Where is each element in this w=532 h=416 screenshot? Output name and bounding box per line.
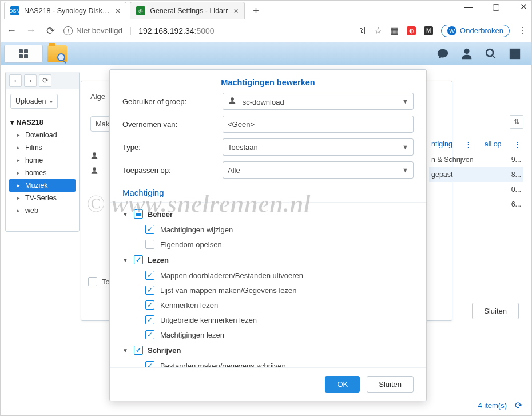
tab-title: NAS218 - Synology DiskStation (24, 7, 110, 15)
address-bar: ← → ⟳ i Niet beveiligd | 192.168.192.34:… (1, 19, 531, 42)
extension-icon[interactable]: ▦ (390, 25, 399, 36)
grid-icon (19, 49, 28, 58)
perm-label: Kenmerken lezen (160, 301, 218, 310)
user-value: sc-download (243, 98, 284, 106)
tree-item-films[interactable]: ▸Films (9, 141, 76, 154)
widgets-icon[interactable] (509, 47, 521, 60)
cell: gepast (431, 171, 453, 179)
kebab-menu-icon[interactable]: ⋮ (518, 25, 527, 36)
perm-take-ownership[interactable]: ✓Eigendom opeisen (122, 237, 418, 252)
path-forward-button[interactable]: › (24, 74, 37, 87)
bg-close-button[interactable]: Sluiten (472, 303, 519, 319)
tree-item-web[interactable]: ▸web (9, 204, 76, 217)
group-label: Schrijven (148, 346, 181, 355)
group-label: Lezen (148, 256, 169, 264)
inherit-select[interactable]: <Geen> (223, 116, 414, 133)
user-row-icon (90, 152, 99, 162)
permissions-table-peek: ntiging⋮all op⋮ n & Schrijven9... gepast… (429, 137, 523, 212)
checkbox[interactable]: ✓ (145, 240, 154, 249)
tree-item-tvseries[interactable]: ▸TV-Series (9, 192, 76, 204)
tree-item-homes[interactable]: ▸homes (9, 167, 76, 179)
checkbox[interactable]: ✓ (145, 225, 154, 234)
label-inherit: Overnemen van: (122, 120, 223, 129)
checkbox-beheer[interactable] (134, 209, 143, 219)
path-refresh-button[interactable]: ⟳ (39, 74, 51, 87)
extension-badge-m[interactable]: M (424, 26, 433, 35)
edit-permissions-dialog: Machtigingen bewerken Gebruiker of groep… (109, 69, 427, 401)
refresh-icon[interactable]: ⟳ (515, 400, 522, 411)
profile-chip[interactable]: W Onderbroken (441, 25, 510, 37)
tab-close-icon[interactable]: × (233, 6, 238, 15)
perm-read-attr[interactable]: ✓Kenmerken lezen (122, 298, 418, 312)
bg-tab-general[interactable]: Alge (90, 92, 105, 101)
extension-badge-red[interactable]: ◐ (407, 26, 416, 35)
perm-label: Uitgebreide kenmerken lezen (160, 316, 257, 324)
window-maximize[interactable]: ▢ (489, 2, 503, 12)
tree-item-muziek[interactable]: ▸Muziek (9, 179, 76, 192)
not-secure-indicator[interactable]: i Niet beveiligd (63, 26, 122, 35)
user-group-select[interactable]: sc-download ▼ (223, 93, 414, 110)
permissions-tree[interactable]: ▼ Beheer ✓Machtigingen wijzigen ✓Eigendo… (110, 202, 426, 368)
new-tab-button[interactable]: + (248, 3, 264, 19)
checkbox[interactable]: ✓ (145, 286, 154, 295)
user-icon (228, 97, 237, 105)
status-bar: 4 item(s) ⟳ (478, 400, 522, 411)
file-station-icon[interactable] (47, 45, 67, 62)
apply-subfolders-checkbox[interactable]: To (88, 277, 110, 286)
window-close[interactable]: ✕ (517, 2, 530, 12)
perm-create-files[interactable]: ✓Bestanden maken/gegevens schrijven (122, 358, 418, 368)
upload-button[interactable]: Uploaden ▾ (10, 94, 58, 109)
sort-button[interactable]: ⇅ (510, 115, 523, 129)
apply-select[interactable]: Alle ▼ (223, 161, 414, 179)
url-display[interactable]: 192.168.192.34:5000 (138, 26, 214, 35)
group-schrijven[interactable]: ▼ ✓ Schrijven (122, 342, 418, 358)
checkbox[interactable]: ✓ (145, 271, 154, 280)
nav-back-icon[interactable]: ← (5, 25, 18, 37)
checkbox-lezen[interactable]: ✓ (134, 255, 143, 264)
chevron-down-icon: ▼ (402, 167, 408, 173)
group-beheer[interactable]: ▼ Beheer (122, 206, 418, 222)
ok-button[interactable]: OK (325, 376, 360, 393)
window-minimize[interactable]: — (462, 2, 475, 12)
key-icon[interactable]: ⚿ (357, 26, 366, 36)
tree-root[interactable]: ▾ NAS218 (9, 116, 76, 129)
search-icon[interactable] (485, 47, 497, 60)
perm-list[interactable]: ✓Lijst van mappen maken/Gegevens lezen (122, 283, 418, 298)
user-row-icon (90, 167, 99, 177)
path-back-button[interactable]: ‹ (9, 74, 22, 87)
user-icon[interactable] (460, 47, 473, 60)
tab-dsm[interactable]: DSM NAS218 - Synology DiskStation × (4, 2, 126, 19)
tab-close-icon[interactable]: × (116, 6, 120, 15)
star-icon[interactable]: ☆ (374, 25, 382, 36)
tab-lidarr[interactable]: ◎ General Settings - Lidarr × (130, 2, 244, 19)
nav-reload-icon[interactable]: ⟳ (44, 25, 57, 37)
checkbox[interactable]: ✓ (145, 361, 154, 368)
perm-traverse[interactable]: ✓Mappen doorbladeren/Bestanden uitvoeren (122, 268, 418, 283)
perm-read-ext-attr[interactable]: ✓Uitgebreide kenmerken lezen (122, 312, 418, 327)
permissions-section-heading: Machtiging (110, 184, 426, 202)
dsm-main-menu-button[interactable] (4, 45, 43, 63)
tree-item-home[interactable]: ▸home (9, 154, 76, 167)
dialog-close-button[interactable]: Sluiten (367, 376, 414, 393)
label-user: Gebruiker of groep: (122, 97, 223, 106)
profile-avatar: W (447, 26, 456, 35)
chat-icon[interactable] (436, 47, 449, 60)
nav-forward-icon: → (25, 25, 37, 37)
group-lezen[interactable]: ▼ ✓ Lezen (122, 252, 418, 268)
perm-read-perms[interactable]: ✓Machtigingen lezen (122, 327, 418, 342)
apply-value: Alle (228, 166, 240, 175)
tree-item-download[interactable]: ▸Download (9, 129, 76, 141)
perm-label: Machtigingen wijzigen (160, 225, 233, 234)
perm-label: Mappen doorbladeren/Bestanden uitvoeren (160, 271, 303, 280)
profile-label: Onderbroken (460, 26, 503, 35)
checkbox[interactable]: ✓ (145, 315, 154, 324)
checkbox[interactable]: ✓ (145, 330, 154, 339)
upload-label: Uploaden (15, 97, 46, 105)
checkbox[interactable]: ✓ (145, 300, 154, 310)
folder-tree: ▾ NAS218 ▸Download ▸Films ▸home ▸homes ▸… (6, 113, 79, 219)
perm-label: Bestanden maken/gegevens schrijven (160, 362, 286, 369)
perm-change-permissions[interactable]: ✓Machtigingen wijzigen (122, 222, 418, 237)
checkbox-schrijven[interactable]: ✓ (134, 346, 143, 355)
chevron-down-icon: ▾ (50, 98, 53, 105)
type-select[interactable]: Toestaan ▼ (223, 138, 414, 156)
